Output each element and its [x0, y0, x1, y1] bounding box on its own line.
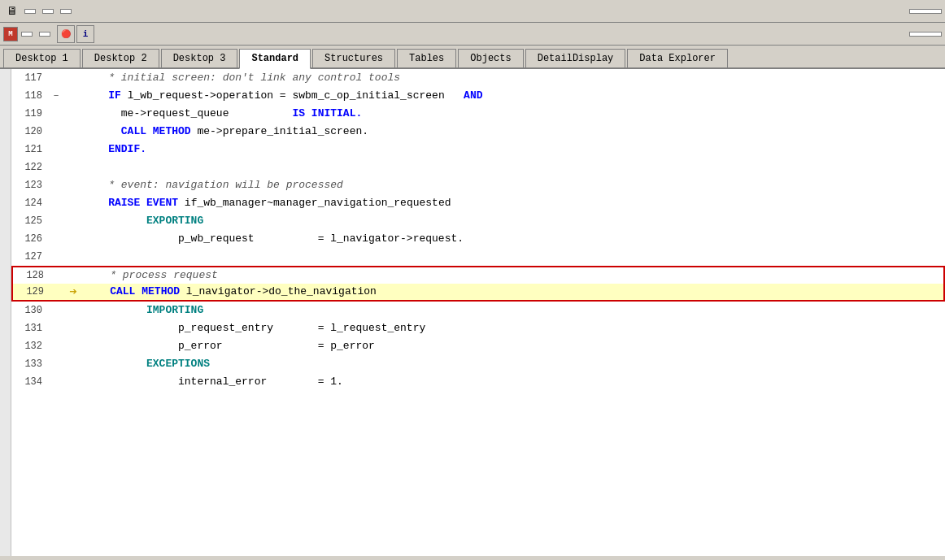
code-line-134: 134 internal_error = 1.	[11, 373, 945, 391]
code-text: internal_error = 1.	[80, 373, 945, 391]
code-editor: 117 * initial screen: don't link any con…	[0, 69, 945, 556]
tab-desktop1[interactable]: Desktop 1	[3, 49, 81, 67]
breadcrumb-class1[interactable]	[24, 9, 36, 14]
line-number: 124	[11, 198, 49, 209]
code-line-129: 129➔ CALL METHOD l_navigator->do_the_nav…	[11, 284, 945, 302]
tab-structures[interactable]: Structures	[312, 49, 395, 67]
code-line-123: 123 * event: navigation will be processe…	[11, 176, 945, 194]
line-number: 132	[11, 341, 49, 352]
code-text: CALL METHOD l_navigator->do_the_navigati…	[81, 283, 943, 301]
code-text: CALL METHOD me->prepare_initial_screen.	[80, 123, 945, 141]
code-text: RAISE EVENT if_wb_manager~manager_naviga…	[80, 194, 945, 212]
tab-detaildisplay[interactable]: DetailDisplay	[525, 49, 626, 67]
line-number: 127	[11, 251, 49, 263]
toolbar-row2: M 🔴 i	[0, 23, 945, 46]
tab-standard[interactable]: Standard	[239, 49, 311, 69]
line-number: 128	[13, 270, 50, 281]
code-line-122: 122	[11, 158, 945, 176]
code-line-128: 128 * process request	[11, 266, 945, 284]
code-line-117: 117 * initial screen: don't link any con…	[11, 69, 945, 87]
line-number: 117	[11, 72, 49, 84]
icon-info[interactable]: i	[76, 25, 94, 43]
code-text: * process request	[81, 267, 943, 284]
method-label[interactable]	[21, 32, 33, 37]
toolbar-row1: 🖥	[0, 0, 945, 23]
code-text: me->request_queue IS INITIAL.	[80, 105, 945, 123]
code-line-120: 120 CALL METHOD me->prepare_initial_scre…	[11, 123, 945, 141]
code-line-130: 130 IMPORTING	[11, 302, 945, 319]
line-number: 129	[13, 286, 50, 297]
tab-desktop3[interactable]: Desktop 3	[161, 49, 238, 67]
fold-indicator[interactable]: −	[49, 91, 63, 101]
tab-bar: Desktop 1 Desktop 2 Desktop 3 Standard S…	[0, 46, 945, 69]
line-number: 131	[11, 323, 49, 334]
code-line-118: 118− IF l_wb_request->operation = swbm_c…	[11, 87, 945, 105]
method-name[interactable]	[39, 32, 50, 37]
code-line-119: 119 me->request_queue IS INITIAL.	[11, 105, 945, 123]
code-line-125: 125 EXPORTING	[11, 212, 945, 230]
code-text: * event: navigation will be processed	[80, 176, 945, 194]
line-arrow: ➔	[65, 284, 81, 300]
tab-objects[interactable]: Objects	[458, 49, 523, 67]
gutter-arrow-col	[0, 69, 11, 556]
line-number: 120	[11, 126, 49, 137]
sys-subrc-group	[906, 9, 942, 14]
code-line-124: 124 RAISE EVENT if_wb_manager~manager_na…	[11, 194, 945, 212]
code-line-126: 126 p_wb_request = l_navigator->request.	[11, 230, 945, 248]
code-text: EXCEPTIONS	[80, 355, 945, 373]
code-text: ENDIF.	[80, 141, 945, 158]
line-number: 121	[11, 144, 49, 155]
line-number: 133	[11, 358, 49, 370]
sys-tabix-group	[906, 32, 942, 37]
icon-breakpoint[interactable]: 🔴	[57, 25, 75, 43]
code-text: p_request_entry = l_request_entry	[80, 319, 945, 337]
code-line-127: 127	[11, 248, 945, 266]
code-text: IF l_wb_request->operation = swbm_c_op_i…	[80, 87, 945, 105]
code-text: IMPORTING	[80, 302, 945, 319]
line-number: 126	[11, 233, 49, 245]
code-text: p_error = p_error	[80, 337, 945, 355]
code-text: EXPORTING	[80, 212, 945, 230]
tab-tables[interactable]: Tables	[397, 49, 456, 67]
line-number: 134	[11, 376, 49, 388]
method-icon: M	[3, 27, 18, 41]
app-window: 🖥 M 🔴 i Desktop 1 Desktop 2 Desktop 3 St…	[0, 0, 945, 556]
line-number: 119	[11, 108, 49, 119]
code-line-133: 133 EXCEPTIONS	[11, 355, 945, 373]
code-line-121: 121 ENDIF.	[11, 141, 945, 158]
line-number: 123	[11, 180, 49, 191]
line-number: 118	[11, 90, 49, 102]
code-text: p_wb_request = l_navigator->request.	[80, 230, 945, 248]
line-number: 130	[11, 305, 49, 316]
breadcrumb-line[interactable]	[60, 9, 72, 14]
tab-desktop2[interactable]: Desktop 2	[82, 49, 159, 67]
line-number: 122	[11, 162, 49, 173]
sy-tabix-value	[909, 32, 942, 37]
code-line-131: 131 p_request_entry = l_request_entry	[11, 319, 945, 337]
code-text: * initial screen: don't link any control…	[80, 69, 945, 87]
app-icon[interactable]: 🖥	[3, 2, 21, 20]
breadcrumb-class2[interactable]	[42, 9, 54, 14]
tab-dataexplorer[interactable]: Data Explorer	[627, 49, 728, 67]
line-number: 125	[11, 215, 49, 227]
code-line-132: 132 p_error = p_error	[11, 337, 945, 355]
sy-subrc-value	[909, 9, 942, 14]
